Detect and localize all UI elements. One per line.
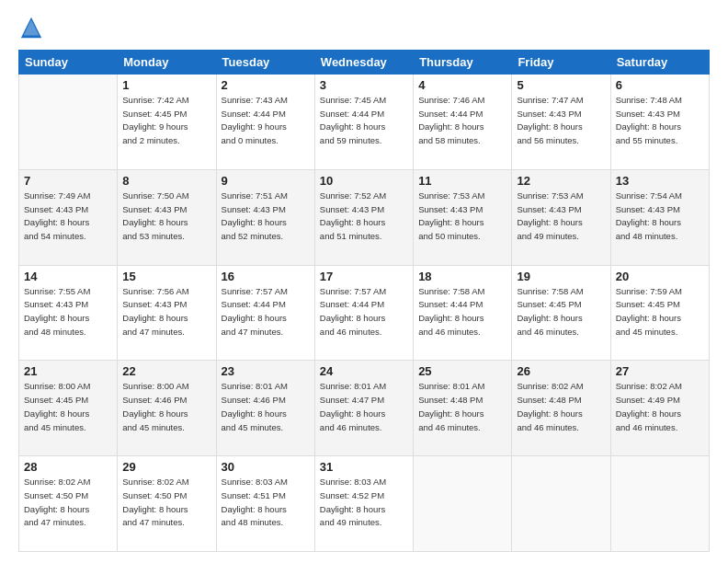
day-number: 30 (222, 460, 310, 474)
calendar-cell: 30Sunrise: 8:03 AM Sunset: 4:51 PM Dayli… (216, 456, 314, 552)
calendar-week-row: 1Sunrise: 7:42 AM Sunset: 4:45 PM Daylig… (19, 75, 710, 170)
day-number: 7 (24, 174, 112, 188)
day-info: Sunrise: 7:50 AM Sunset: 4:43 PM Dayligh… (122, 190, 210, 244)
day-info: Sunrise: 8:02 AM Sunset: 4:48 PM Dayligh… (517, 380, 605, 434)
header (18, 15, 710, 40)
day-info: Sunrise: 7:43 AM Sunset: 4:44 PM Dayligh… (222, 94, 310, 148)
day-info: Sunrise: 7:53 AM Sunset: 4:43 PM Dayligh… (517, 190, 605, 244)
calendar-cell: 7Sunrise: 7:49 AM Sunset: 4:43 PM Daylig… (19, 169, 118, 265)
day-number: 4 (418, 78, 506, 92)
day-number: 23 (222, 364, 310, 378)
day-number: 29 (122, 460, 210, 474)
calendar-cell: 11Sunrise: 7:53 AM Sunset: 4:43 PM Dayli… (414, 169, 512, 265)
calendar-cell: 2Sunrise: 7:43 AM Sunset: 4:44 PM Daylig… (216, 75, 314, 170)
day-info: Sunrise: 7:57 AM Sunset: 4:44 PM Dayligh… (320, 285, 408, 339)
calendar-cell: 18Sunrise: 7:58 AM Sunset: 4:44 PM Dayli… (414, 265, 512, 361)
day-number: 10 (320, 174, 408, 188)
day-info: Sunrise: 7:54 AM Sunset: 4:43 PM Dayligh… (616, 190, 704, 244)
day-number: 5 (517, 78, 605, 92)
day-info: Sunrise: 7:55 AM Sunset: 4:43 PM Dayligh… (24, 285, 112, 339)
day-info: Sunrise: 7:45 AM Sunset: 4:44 PM Dayligh… (320, 94, 408, 148)
calendar-cell: 13Sunrise: 7:54 AM Sunset: 4:43 PM Dayli… (610, 169, 709, 265)
day-info: Sunrise: 7:53 AM Sunset: 4:43 PM Dayligh… (418, 190, 506, 244)
day-info: Sunrise: 7:47 AM Sunset: 4:43 PM Dayligh… (517, 94, 605, 148)
day-number: 8 (122, 174, 210, 188)
calendar-cell: 3Sunrise: 7:45 AM Sunset: 4:44 PM Daylig… (314, 75, 413, 170)
day-number: 13 (616, 174, 704, 188)
day-info: Sunrise: 7:46 AM Sunset: 4:44 PM Dayligh… (418, 94, 506, 148)
day-number: 20 (616, 270, 704, 283)
calendar-cell: 29Sunrise: 8:02 AM Sunset: 4:50 PM Dayli… (118, 456, 216, 552)
calendar-cell: 16Sunrise: 7:57 AM Sunset: 4:44 PM Dayli… (216, 265, 314, 361)
day-number: 15 (122, 270, 210, 283)
calendar-header-monday: Monday (118, 51, 216, 75)
day-info: Sunrise: 8:01 AM Sunset: 4:48 PM Dayligh… (418, 380, 506, 434)
calendar-cell: 10Sunrise: 7:52 AM Sunset: 4:43 PM Dayli… (314, 169, 413, 265)
calendar-header-row: SundayMondayTuesdayWednesdayThursdayFrid… (19, 51, 710, 75)
day-info: Sunrise: 8:02 AM Sunset: 4:49 PM Dayligh… (616, 380, 704, 434)
day-number: 2 (222, 78, 310, 92)
day-info: Sunrise: 7:48 AM Sunset: 4:43 PM Dayligh… (616, 94, 704, 148)
day-number: 24 (320, 364, 408, 378)
calendar-week-row: 7Sunrise: 7:49 AM Sunset: 4:43 PM Daylig… (19, 169, 710, 265)
day-number: 3 (320, 78, 408, 92)
day-number: 19 (517, 270, 605, 283)
day-info: Sunrise: 8:03 AM Sunset: 4:51 PM Dayligh… (222, 476, 310, 530)
calendar-cell: 28Sunrise: 8:02 AM Sunset: 4:50 PM Dayli… (19, 456, 118, 552)
day-number: 1 (122, 78, 210, 92)
calendar-cell: 25Sunrise: 8:01 AM Sunset: 4:48 PM Dayli… (414, 361, 512, 456)
calendar-week-row: 14Sunrise: 7:55 AM Sunset: 4:43 PM Dayli… (19, 265, 710, 361)
calendar-cell: 27Sunrise: 8:02 AM Sunset: 4:49 PM Dayli… (610, 361, 709, 456)
page: SundayMondayTuesdayWednesdayThursdayFrid… (0, 0, 728, 563)
day-number: 25 (418, 364, 506, 378)
calendar-cell: 21Sunrise: 8:00 AM Sunset: 4:45 PM Dayli… (19, 361, 118, 456)
day-info: Sunrise: 8:03 AM Sunset: 4:52 PM Dayligh… (320, 476, 408, 530)
day-info: Sunrise: 8:01 AM Sunset: 4:46 PM Dayligh… (222, 380, 310, 434)
calendar-cell: 24Sunrise: 8:01 AM Sunset: 4:47 PM Dayli… (314, 361, 413, 456)
calendar-cell: 4Sunrise: 7:46 AM Sunset: 4:44 PM Daylig… (414, 75, 512, 170)
day-info: Sunrise: 7:59 AM Sunset: 4:45 PM Dayligh… (616, 285, 704, 339)
day-number: 16 (222, 270, 310, 283)
day-info: Sunrise: 8:02 AM Sunset: 4:50 PM Dayligh… (122, 476, 210, 530)
calendar-header-sunday: Sunday (19, 51, 118, 75)
day-number: 17 (320, 270, 408, 283)
logo-icon (18, 15, 44, 40)
day-number: 22 (122, 364, 210, 378)
calendar-cell (512, 456, 610, 552)
calendar-cell (414, 456, 512, 552)
calendar-header-wednesday: Wednesday (314, 51, 413, 75)
calendar-header-friday: Friday (512, 51, 610, 75)
calendar-cell: 31Sunrise: 8:03 AM Sunset: 4:52 PM Dayli… (314, 456, 413, 552)
day-info: Sunrise: 7:51 AM Sunset: 4:43 PM Dayligh… (222, 190, 310, 244)
day-info: Sunrise: 7:52 AM Sunset: 4:43 PM Dayligh… (320, 190, 408, 244)
calendar-table: SundayMondayTuesdayWednesdayThursdayFrid… (18, 50, 710, 552)
calendar-cell: 12Sunrise: 7:53 AM Sunset: 4:43 PM Dayli… (512, 169, 610, 265)
day-number: 12 (517, 174, 605, 188)
calendar-cell: 26Sunrise: 8:02 AM Sunset: 4:48 PM Dayli… (512, 361, 610, 456)
day-number: 31 (320, 460, 408, 474)
day-info: Sunrise: 8:00 AM Sunset: 4:46 PM Dayligh… (122, 380, 210, 434)
day-number: 18 (418, 270, 506, 283)
calendar-cell: 23Sunrise: 8:01 AM Sunset: 4:46 PM Dayli… (216, 361, 314, 456)
day-number: 26 (517, 364, 605, 378)
day-number: 6 (616, 78, 704, 92)
calendar-cell (610, 456, 709, 552)
day-number: 11 (418, 174, 506, 188)
calendar-cell: 14Sunrise: 7:55 AM Sunset: 4:43 PM Dayli… (19, 265, 118, 361)
day-info: Sunrise: 7:42 AM Sunset: 4:45 PM Dayligh… (122, 94, 210, 148)
calendar-cell: 6Sunrise: 7:48 AM Sunset: 4:43 PM Daylig… (610, 75, 709, 170)
calendar-cell: 19Sunrise: 7:58 AM Sunset: 4:45 PM Dayli… (512, 265, 610, 361)
day-info: Sunrise: 7:58 AM Sunset: 4:44 PM Dayligh… (418, 285, 506, 339)
logo (18, 15, 48, 40)
calendar-header-tuesday: Tuesday (216, 51, 314, 75)
day-number: 21 (24, 364, 112, 378)
calendar-cell: 17Sunrise: 7:57 AM Sunset: 4:44 PM Dayli… (314, 265, 413, 361)
day-info: Sunrise: 8:00 AM Sunset: 4:45 PM Dayligh… (24, 380, 112, 434)
calendar-cell: 8Sunrise: 7:50 AM Sunset: 4:43 PM Daylig… (118, 169, 216, 265)
calendar-week-row: 28Sunrise: 8:02 AM Sunset: 4:50 PM Dayli… (19, 456, 710, 552)
day-number: 27 (616, 364, 704, 378)
day-info: Sunrise: 8:02 AM Sunset: 4:50 PM Dayligh… (24, 476, 112, 530)
day-number: 28 (24, 460, 112, 474)
day-info: Sunrise: 7:58 AM Sunset: 4:45 PM Dayligh… (517, 285, 605, 339)
calendar-cell: 15Sunrise: 7:56 AM Sunset: 4:43 PM Dayli… (118, 265, 216, 361)
